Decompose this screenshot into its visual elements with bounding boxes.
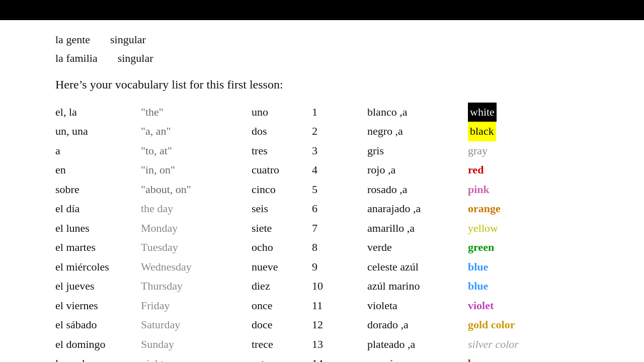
list-item: Sunday bbox=[141, 335, 221, 354]
color-label-white: white bbox=[468, 103, 497, 122]
list-item: blue bbox=[468, 257, 538, 277]
list-item: Thursday bbox=[141, 277, 221, 296]
list-item: 8 bbox=[312, 238, 337, 257]
list-item: plateado ,a bbox=[367, 335, 458, 354]
intro-row-2: la familia singular bbox=[55, 49, 589, 67]
list-item: siete bbox=[252, 219, 297, 238]
list-item: violet bbox=[468, 296, 538, 316]
list-item: dorado ,a bbox=[367, 315, 458, 335]
list-item: uno bbox=[252, 103, 297, 122]
list-item: Friday bbox=[141, 296, 221, 316]
list-item: cinco bbox=[252, 180, 297, 200]
list-item: rosado ,a bbox=[367, 180, 458, 200]
list-item: yellow bbox=[468, 219, 538, 238]
color-label-black: black bbox=[468, 122, 496, 141]
list-item: 5 bbox=[312, 180, 337, 200]
list-item: 3 bbox=[312, 141, 337, 161]
list-item: catorce bbox=[252, 354, 297, 362]
list-item: tres bbox=[252, 141, 297, 161]
list-item: once bbox=[252, 296, 297, 316]
list-item: seis bbox=[252, 199, 297, 219]
intro-english-1: singular bbox=[110, 30, 146, 49]
list-item: blue bbox=[468, 277, 538, 296]
list-item: pink bbox=[468, 180, 538, 200]
list-item: gray bbox=[468, 141, 538, 161]
list-item: Tuesday bbox=[141, 238, 221, 257]
list-item: en bbox=[55, 160, 136, 180]
col-numbers: 1 2 3 4 5 6 7 8 9 10 11 12 13 14 bbox=[312, 103, 337, 362]
list-item: dos bbox=[252, 122, 297, 141]
list-item: "a, an" bbox=[141, 122, 221, 141]
list-item: night bbox=[141, 354, 221, 362]
list-item: green bbox=[468, 238, 538, 257]
list-item: 11 bbox=[312, 296, 337, 316]
top-bar bbox=[0, 0, 644, 20]
list-item: silver color bbox=[468, 335, 538, 354]
list-item: orange bbox=[468, 199, 538, 219]
list-item: el miércoles bbox=[55, 257, 136, 277]
list-item: anarajado ,a bbox=[367, 199, 458, 219]
list-item: 2 bbox=[312, 122, 337, 141]
intro-spanish-1: la gente bbox=[55, 30, 90, 49]
list-item: red bbox=[468, 160, 538, 180]
list-item: gris bbox=[367, 141, 458, 161]
list-item: "the" bbox=[141, 103, 221, 122]
list-item: the day bbox=[141, 199, 221, 219]
list-item: white bbox=[468, 103, 538, 122]
list-item: "in, on" bbox=[141, 160, 221, 180]
list-item: el sábado bbox=[55, 315, 136, 335]
list-item: el día bbox=[55, 199, 136, 219]
intro-spanish-2: la familia bbox=[55, 49, 98, 67]
list-item: diez bbox=[252, 277, 297, 296]
list-item: Monday bbox=[141, 219, 221, 238]
intro-row-1: la gente singular bbox=[55, 30, 589, 49]
list-item: negro ,a bbox=[367, 122, 458, 141]
list-item: "to, at" bbox=[141, 141, 221, 161]
col-color-english: white black gray red pink orange yellow … bbox=[468, 103, 538, 362]
list-item: rojo ,a bbox=[367, 160, 458, 180]
list-item: el, la bbox=[55, 103, 136, 122]
vocab-header: Here’s your vocabulary list for this fir… bbox=[55, 78, 589, 92]
list-item: 7 bbox=[312, 219, 337, 238]
list-item: "about, on" bbox=[141, 180, 221, 200]
list-item: a bbox=[55, 141, 136, 161]
list-item: un, una bbox=[55, 122, 136, 141]
list-item: blanco ,a bbox=[367, 103, 458, 122]
list-item: gold color bbox=[468, 315, 538, 335]
list-item: sobre bbox=[55, 180, 136, 200]
list-item: 10 bbox=[312, 277, 337, 296]
list-item: amarillo ,a bbox=[367, 219, 458, 238]
list-item: cuatro bbox=[252, 160, 297, 180]
list-item: ocho bbox=[252, 238, 297, 257]
list-item: doce bbox=[252, 315, 297, 335]
list-item: nueve bbox=[252, 257, 297, 277]
col-color-spanish: blanco ,a negro ,a gris rojo ,a rosado ,… bbox=[367, 103, 458, 362]
list-item: el lunes bbox=[55, 219, 136, 238]
list-item: el domingo bbox=[55, 335, 136, 354]
list-item: azúl marino bbox=[367, 277, 458, 296]
list-item: 14 bbox=[312, 354, 337, 362]
list-item: violeta bbox=[367, 296, 458, 316]
list-item: 1 bbox=[312, 103, 337, 122]
list-item: el jueves bbox=[55, 277, 136, 296]
list-item: brown bbox=[468, 354, 538, 362]
intro-english-2: singular bbox=[118, 49, 153, 67]
list-item: Wednesday bbox=[141, 257, 221, 277]
col-english-translations: "the" "a, an" "to, at" "in, on" "about, … bbox=[141, 103, 221, 362]
col-number-words: uno dos tres cuatro cinco seis siete och… bbox=[252, 103, 297, 362]
list-item: marrón bbox=[367, 354, 458, 362]
list-item: el viernes bbox=[55, 296, 136, 316]
list-item: la noche bbox=[55, 354, 136, 362]
main-content: la gente singular la familia singular He… bbox=[0, 20, 644, 362]
list-item: 12 bbox=[312, 315, 337, 335]
list-item: 4 bbox=[312, 160, 337, 180]
list-item: trece bbox=[252, 335, 297, 354]
list-item: Saturday bbox=[141, 315, 221, 335]
list-item: 9 bbox=[312, 257, 337, 277]
vocab-grid: el, la un, una a en sobre el día el lune… bbox=[55, 103, 589, 362]
list-item: 6 bbox=[312, 199, 337, 219]
list-item: el martes bbox=[55, 238, 136, 257]
list-item: 13 bbox=[312, 335, 337, 354]
col-spanish-terms: el, la un, una a en sobre el día el lune… bbox=[55, 103, 136, 362]
list-item: black bbox=[468, 122, 538, 141]
